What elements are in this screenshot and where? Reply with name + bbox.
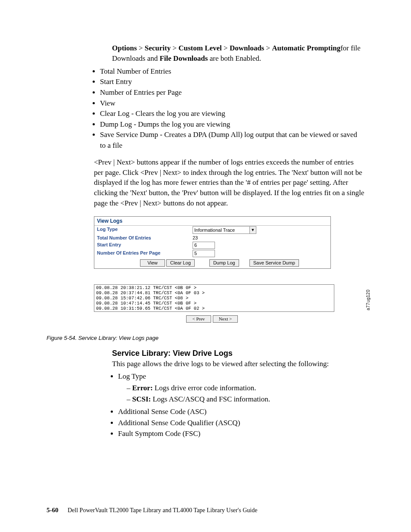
log-line: 09.08.28 15:07:42.06 TRC/CST <08 >: [96, 296, 332, 301]
list-item: Total Number of Entries: [100, 66, 364, 77]
figure-view-logs: View Logs Log Type Informational Trace ▾…: [94, 216, 364, 323]
log-output: 09.08.28 20:38:21.12 TRC/CST <0B 0F > 09…: [94, 284, 334, 312]
start-entry-input[interactable]: 6: [193, 242, 215, 249]
list-item: Log Type Error: Logs drive error code in…: [118, 371, 364, 405]
log-line: 09.08.28 10:31:59.65 TRC/CST <0A 0F 02 >: [96, 306, 332, 311]
body-paragraph: <Prev | Next> buttons appear if the numb…: [94, 157, 364, 208]
log-line: 09.08.28 20:38:21.12 TRC/CST <0B 0F >: [96, 285, 332, 290]
drive-logs-list: Log Type Error: Logs drive error code in…: [112, 371, 364, 439]
next-button[interactable]: Next >: [213, 315, 238, 323]
figure-caption: Figure 5-54. Service Library: View Logs …: [47, 335, 364, 341]
list-item: Dump Log - Dumps the log you are viewing: [100, 119, 364, 130]
feature-list: Total Number of Entries Start Entry Numb…: [94, 66, 364, 151]
chevron-down-icon: ▾: [249, 227, 256, 233]
list-item: Error: Logs drive error code information…: [127, 383, 364, 394]
log-line: 09.08.28 10:47:14.45 TRC/CST <0B 0F >: [96, 301, 332, 306]
figure-id-label: a77ug120: [365, 289, 370, 311]
list-item: Fault Symptom Code (FSC): [118, 428, 364, 439]
doc-title: Dell PowerVault TL2000 Tape Library and …: [60, 507, 257, 513]
view-button[interactable]: View: [140, 259, 165, 267]
page-number: 5-60: [47, 507, 59, 513]
section-intro: This page allows the drive logs to be vi…: [112, 359, 364, 369]
per-page-input[interactable]: 5: [193, 250, 215, 257]
total-entries-label: Total Number Of Entries: [94, 234, 193, 241]
list-item: View: [100, 98, 364, 109]
prev-button[interactable]: < Prev: [186, 315, 211, 323]
list-item: Save Service Dump - Creates a DPA (Dump …: [100, 130, 364, 151]
list-item: Additional Sense Code (ASC): [118, 406, 364, 417]
log-type-select[interactable]: Informational Trace ▾: [193, 226, 256, 234]
panel-title: View Logs: [94, 217, 330, 226]
clear-log-button[interactable]: Clear Log: [166, 259, 195, 267]
log-type-label: Log Type: [94, 226, 193, 234]
per-page-label: Number Of Entries Per Page: [94, 249, 193, 258]
list-item: Additional Sense Code Qualifier (ASCQ): [118, 417, 364, 429]
breadcrumb-text: Options > Security > Custom Level > Down…: [112, 43, 364, 64]
save-service-dump-button[interactable]: Save Service Dump: [249, 259, 299, 267]
total-entries-value: 23: [193, 234, 330, 241]
start-entry-label: Start Entry: [94, 241, 193, 249]
list-item: Number of Entries per Page: [100, 87, 364, 98]
list-item: Start Entry: [100, 77, 364, 87]
page-footer: 5-60 Dell PowerVault TL2000 Tape Library…: [47, 507, 257, 514]
list-item: Clear Log - Clears the log you are viewi…: [100, 109, 364, 119]
section-heading: Service Library: View Drive Logs: [112, 349, 364, 358]
log-line: 09.08.28 20:37:44.81 TRC/CST <0A 0F 03 >: [96, 290, 332, 296]
dump-log-button[interactable]: Dump Log: [209, 259, 239, 267]
list-item: SCSI: Logs ASC/ASCQ and FSC information.: [127, 394, 364, 405]
